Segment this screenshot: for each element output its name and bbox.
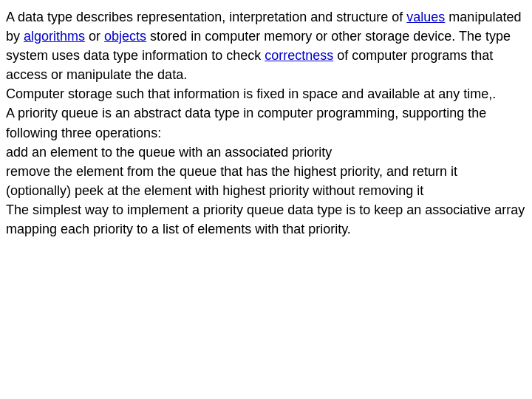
link-objects[interactable]: objects — [104, 29, 146, 44]
paragraph-5: remove the element from the queue that h… — [6, 162, 526, 181]
paragraph-6: (optionally) peek at the element with hi… — [6, 181, 526, 200]
link-values[interactable]: values — [406, 10, 445, 24]
link-correctness[interactable]: correctness — [265, 48, 333, 63]
text-intro: A data type describes representation, in… — [6, 10, 406, 24]
paragraph-7: The simplest way to implement a priority… — [6, 200, 526, 239]
paragraph-3: A priority queue is an abstract data typ… — [6, 103, 526, 142]
main-content: A data type describes representation, in… — [6, 7, 526, 239]
paragraph-2: Computer storage such that information i… — [6, 84, 526, 103]
text-or-objects: or — [85, 29, 104, 44]
paragraph-1: A data type describes representation, in… — [6, 7, 526, 84]
paragraph-4: add an element to the queue with an asso… — [6, 143, 526, 162]
link-algorithms[interactable]: algorithms — [24, 29, 85, 44]
